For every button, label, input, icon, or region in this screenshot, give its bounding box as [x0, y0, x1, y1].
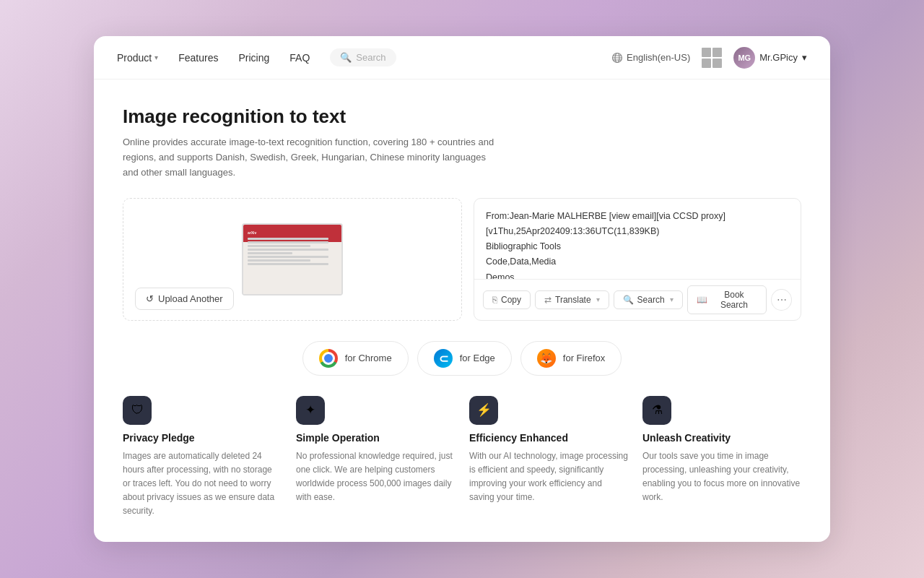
- upload-panel: arXiv ↺: [123, 198, 462, 321]
- result-toolbar: ⎘ Copy ⇄ Translate ▾ 🔍 Search ▾ 📖: [474, 279, 801, 320]
- result-line: Bibliographic Tools: [486, 239, 789, 254]
- avatar: MG: [733, 47, 755, 69]
- chevron-down-icon: ▾: [154, 53, 158, 61]
- search-icon: 🔍: [340, 52, 352, 63]
- browser-btn-chrome[interactable]: for Chrome: [302, 341, 409, 376]
- browser-label: for Chrome: [345, 353, 392, 363]
- feature-icon: ⚡: [469, 396, 498, 425]
- result-line: [v1Thu,25Apr202409:13:36UTC(11,839KB): [486, 224, 789, 239]
- globe-icon: [611, 52, 623, 64]
- feature-title: Simple Operation: [296, 432, 455, 444]
- browser-btn-edge[interactable]: for Edge: [417, 341, 512, 376]
- feature-card: ✦ Simple Operation No professional knowl…: [296, 396, 455, 519]
- feature-desc: No professional knowledge required, just…: [296, 449, 455, 505]
- content: Image recognition to text Online provide…: [94, 79, 830, 541]
- search-box[interactable]: 🔍 Search: [330, 48, 396, 66]
- search-result-icon: 🔍: [623, 295, 634, 305]
- share-button[interactable]: ⋯: [771, 289, 792, 311]
- feature-desc: Images are automatically deleted 24 hour…: [123, 449, 282, 519]
- feature-icon: ⚗: [642, 396, 671, 425]
- nav-product[interactable]: Product ▾: [117, 52, 158, 64]
- feature-icon: ✦: [296, 396, 325, 425]
- page-desc: Online provides accurate image-to-text r…: [123, 135, 498, 180]
- search-button[interactable]: 🔍 Search ▾: [614, 290, 683, 309]
- result-panel: From:Jean-Marie MALHERBE [view email][vi…: [474, 198, 801, 321]
- main-area: arXiv ↺: [123, 198, 801, 321]
- grid-icon[interactable]: [702, 48, 722, 68]
- language-selector[interactable]: English(en-US): [611, 52, 690, 64]
- feature-title: Unleash Creativity: [642, 432, 801, 444]
- search-chevron-icon: ▾: [670, 296, 674, 303]
- feature-desc: Our tools save you time in image process…: [642, 449, 801, 505]
- feature-icon: 🛡: [123, 396, 152, 425]
- firefox-icon: [537, 349, 556, 368]
- refresh-icon: ↺: [146, 293, 154, 304]
- features-row: 🛡 Privacy Pledge Images are automaticall…: [123, 396, 801, 519]
- result-line: From:Jean-Marie MALHERBE [view email][vi…: [486, 209, 789, 224]
- nav-faq[interactable]: FAQ: [289, 52, 310, 64]
- browser-row: for Chromefor Edgefor Firefox: [123, 341, 801, 376]
- page-title: Image recognition to text: [123, 105, 801, 128]
- result-line: Code,Data,Media: [486, 254, 789, 269]
- browser-label: for Edge: [460, 353, 495, 363]
- feature-title: Efficiency Enhanced: [469, 432, 628, 444]
- browser-label: for Firefox: [563, 353, 606, 363]
- copy-button[interactable]: ⎘ Copy: [483, 290, 531, 309]
- navbar: Product ▾ Features Pricing FAQ 🔍 Search: [94, 36, 830, 79]
- nav-right: English(en-US) MG Mr.GPicy ▾: [611, 47, 807, 69]
- feature-card: ⚗ Unleash Creativity Our tools save you …: [642, 396, 801, 519]
- translate-button[interactable]: ⇄ Translate ▾: [535, 290, 609, 309]
- nav-features[interactable]: Features: [178, 52, 218, 64]
- result-text: From:Jean-Marie MALHERBE [view email][vi…: [474, 199, 801, 279]
- user-chevron-icon: ▾: [802, 52, 807, 63]
- feature-desc: With our AI technology, image processing…: [469, 449, 628, 505]
- nav-pricing[interactable]: Pricing: [239, 52, 270, 64]
- upload-another-button[interactable]: ↺ Upload Another: [135, 288, 234, 310]
- translate-chevron-icon: ▾: [596, 296, 600, 303]
- edge-icon: [434, 349, 453, 368]
- copy-icon: ⎘: [492, 295, 497, 305]
- image-preview: arXiv: [242, 223, 343, 296]
- feature-card: 🛡 Privacy Pledge Images are automaticall…: [123, 396, 282, 519]
- result-line: Demos: [486, 270, 789, 279]
- feature-title: Privacy Pledge: [123, 432, 282, 444]
- book-search-button[interactable]: 📖 Book Search: [687, 285, 767, 314]
- main-card: Product ▾ Features Pricing FAQ 🔍 Search: [94, 36, 830, 541]
- chrome-icon: [319, 349, 338, 368]
- book-icon: 📖: [697, 295, 707, 305]
- share-icon: ⋯: [777, 294, 787, 306]
- translate-icon: ⇄: [544, 295, 552, 305]
- nav-left: Product ▾ Features Pricing FAQ 🔍 Search: [117, 48, 396, 66]
- user-menu[interactable]: MG Mr.GPicy ▾: [733, 47, 807, 69]
- feature-card: ⚡ Efficiency Enhanced With our AI techno…: [469, 396, 628, 519]
- browser-btn-firefox[interactable]: for Firefox: [520, 341, 622, 376]
